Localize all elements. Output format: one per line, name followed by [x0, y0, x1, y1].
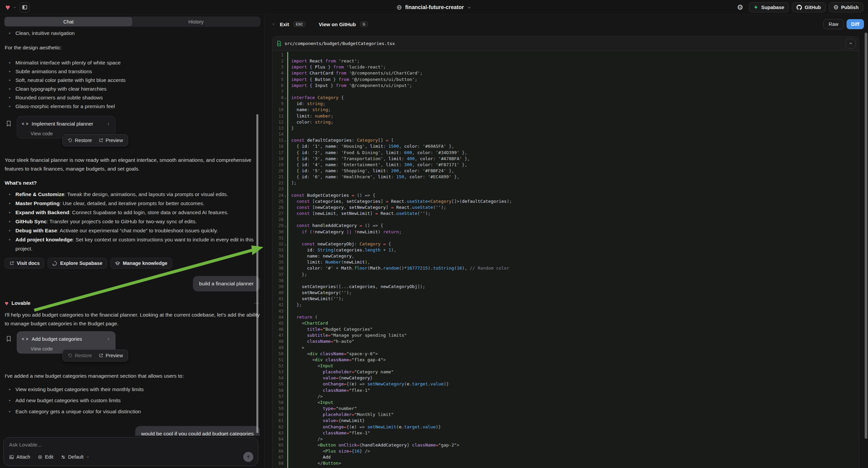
- mode-select[interactable]: Default: [61, 454, 90, 460]
- external-link-icon: [9, 261, 14, 266]
- code-editor[interactable]: 12345678⌄9101112131415⌄16171819202122232…: [273, 51, 859, 468]
- line-number: 26: [273, 204, 287, 210]
- explore-supabase-label: Explore Supabase: [60, 259, 102, 268]
- diff-button[interactable]: Diff: [846, 19, 864, 29]
- raw-button[interactable]: Raw: [824, 19, 844, 29]
- exit-button[interactable]: Exit: [280, 22, 289, 27]
- line-number: 45: [273, 320, 287, 326]
- line-number: 37: [273, 272, 287, 277]
- code-line: { id: '3', name: 'Transportation', limit…: [291, 156, 859, 162]
- publish-globe-icon: [833, 5, 838, 10]
- lovable-logo-icon[interactable]: ♥: [5, 3, 10, 11]
- code-content: import React from 'react';import { Plus …: [291, 52, 859, 468]
- chevron-right-icon[interactable]: [106, 122, 111, 126]
- code-line: value={newCategory}: [291, 375, 859, 381]
- visit-docs-button[interactable]: Visit docs: [5, 258, 44, 269]
- restore-icon: [68, 353, 72, 358]
- edit-mode-button[interactable]: Edit: [38, 454, 53, 460]
- attach-button[interactable]: Attach: [9, 454, 30, 460]
- tab-chat[interactable]: Chat: [5, 17, 132, 26]
- publish-button[interactable]: Publish: [829, 2, 863, 12]
- preview-label: Preview: [106, 351, 123, 360]
- send-button[interactable]: [243, 452, 253, 462]
- top-bar: ♥ financial-future-creator ⚙ Supabase Gi…: [0, 0, 868, 15]
- list-item: Refine & Customize: Tweak the design, an…: [5, 190, 260, 199]
- line-number: 61: [273, 418, 287, 424]
- bookmark-icon[interactable]: [6, 335, 11, 342]
- sidebar-toggle-button[interactable]: [20, 2, 30, 12]
- chevron-down-icon[interactable]: [13, 5, 17, 9]
- line-number: 4: [273, 70, 287, 76]
- added-bullet-list: View existing budget categories with the…: [5, 385, 260, 416]
- tab-history[interactable]: History: [132, 17, 260, 26]
- lovable-app: ♥ financial-future-creator ⚙ Supabase Gi…: [0, 0, 868, 468]
- code-line: Add: [291, 454, 859, 460]
- assistant-name: Lovable: [11, 299, 31, 308]
- chevron-left-icon[interactable]: [272, 22, 276, 26]
- code-line: type="number": [291, 406, 859, 412]
- line-number: 17: [273, 150, 287, 156]
- supabase-button[interactable]: Supabase: [749, 2, 789, 12]
- code-line: const [newCategory, setNewCategory] = Re…: [291, 204, 859, 210]
- publish-label: Publish: [841, 5, 859, 10]
- code-line: placeholder="Monthly limit": [291, 412, 859, 418]
- target-icon: [38, 455, 42, 460]
- list-item: Debug with Ease: Activate our experiment…: [5, 226, 260, 235]
- line-number: 43: [273, 308, 287, 314]
- list-item: Subtle animations and transitions: [5, 67, 260, 76]
- preview-button[interactable]: Preview: [99, 136, 123, 145]
- code-line: className="flex-1": [291, 387, 859, 393]
- bookmark-icon[interactable]: [6, 120, 11, 127]
- file-header[interactable]: src/components/budget/BudgetCategories.t…: [273, 37, 859, 51]
- line-number: 19: [273, 162, 287, 168]
- view-on-github-button[interactable]: View on GitHub: [319, 22, 356, 27]
- project-name[interactable]: financial-future-creator: [405, 4, 464, 10]
- chat-input[interactable]: Ask Lovable...: [9, 442, 253, 448]
- chat-message-list[interactable]: Clean, intuitive navigation For the desi…: [0, 28, 265, 436]
- version-card-group: < > Add budget categories View code Rest…: [5, 331, 260, 366]
- code-line: };: [291, 272, 859, 277]
- version-card-title: Implement financial planner: [32, 119, 93, 128]
- collapse-file-button[interactable]: [845, 39, 856, 49]
- settings-gear-button[interactable]: ⚙: [735, 3, 746, 11]
- sliders-icon: [61, 455, 66, 460]
- chevron-down-icon[interactable]: [467, 5, 471, 10]
- code-line: />: [291, 393, 859, 400]
- code-line: setNewLimit('');: [291, 296, 859, 302]
- code-icon: < >: [22, 119, 29, 128]
- graduation-cap-icon: [115, 261, 120, 266]
- chat-scrollbar[interactable]: [256, 114, 258, 433]
- lovable-heart-icon: ♥: [5, 300, 8, 306]
- manage-knowledge-button[interactable]: Manage knowledge: [111, 258, 172, 269]
- line-number: 23: [273, 186, 287, 192]
- restore-button[interactable]: Restore: [68, 136, 92, 145]
- code-line: <Button onClick={handleAddCategory} clas…: [291, 442, 859, 448]
- line-number: 38: [273, 277, 287, 284]
- code-line: <div className="flex gap-4">: [291, 357, 859, 363]
- preview-button[interactable]: Preview: [99, 351, 123, 360]
- image-attach-icon: [9, 455, 14, 460]
- line-number: 52: [273, 363, 287, 369]
- external-link-icon: [99, 138, 103, 143]
- line-number: 16: [273, 143, 287, 149]
- explore-supabase-button[interactable]: Explore Supabase: [48, 258, 107, 269]
- chevron-right-icon[interactable]: [106, 337, 111, 341]
- line-number: 44: [273, 314, 287, 320]
- design-bullet-list: Minimalist interface with plenty of whit…: [5, 58, 260, 111]
- line-number: 58: [273, 400, 287, 406]
- code-line: [291, 186, 859, 192]
- code-scrollbar[interactable]: [865, 33, 867, 439]
- code-line: const [newLimit, setNewLimit] = React.us…: [291, 210, 859, 216]
- chat-bubble-icon: [52, 261, 57, 266]
- assistant-paragraph: I'll help you add budget categories to t…: [5, 311, 260, 328]
- line-number: 36: [273, 265, 287, 271]
- mode-label: Default: [68, 454, 84, 460]
- code-line: [291, 89, 859, 95]
- line-number: 13: [273, 125, 287, 131]
- code-line: name: string;: [291, 107, 859, 113]
- list-item: Clean, intuitive navigation: [5, 29, 260, 38]
- user-message: would be cool if you could add budget ca…: [135, 426, 260, 436]
- line-number: 34: [273, 253, 287, 259]
- assistant-paragraph: Your sleek financial planner is now read…: [5, 156, 260, 173]
- github-button[interactable]: GitHub: [792, 2, 826, 12]
